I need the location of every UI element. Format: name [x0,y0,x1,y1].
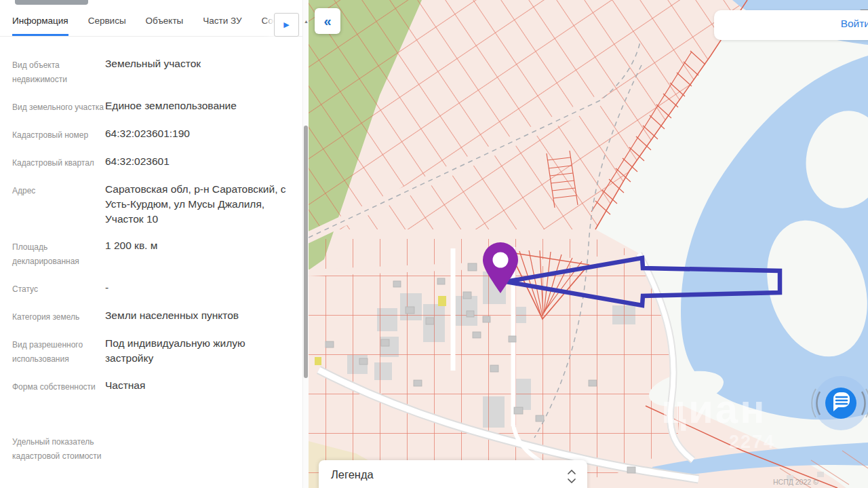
field-value: 1 200 кв. м [105,238,288,269]
field-label: Удельный показатель кадастровой стоимост… [12,433,105,464]
field-label: Вид разрешенного использования [12,336,105,367]
field-label: Категория земель [12,308,105,324]
scroll-up-icon[interactable]: ▲ [303,19,309,24]
field-value: Земли населенных пунктов [105,308,288,324]
field-row-status: Статус - [12,280,288,297]
legend-expand-icon[interactable] [567,469,576,487]
field-value: Земельный участок [105,56,288,87]
field-label: Форма собственности [12,378,105,394]
field-value: Под индивидуальную жилую застройку [105,336,288,367]
chevron-right-icon: ▶ [283,20,289,29]
tab-objects[interactable]: Объекты [146,0,184,36]
field-value [105,433,288,464]
field-label: Вид объекта недвижимости [12,56,105,87]
chat-bubble-icon [810,373,868,434]
field-label: Статус [12,280,105,297]
field-row-cadastral-block: Кадастровый квартал 64:32:023601 [12,154,288,170]
sidebar-scrollbar[interactable]: ▲ [302,0,309,488]
collapse-panel-button[interactable]: « [315,8,340,34]
tab-services[interactable]: Сервисы [88,0,126,36]
field-row-permitted-use: Вид разрешенного использования Под индив… [12,336,288,367]
field-row-specific-cadastral-value: Удельный показатель кадастровой стоимост… [12,433,288,464]
field-value: Частная [105,378,288,394]
field-row-ownership-form: Форма собственности Частная [12,378,288,394]
field-row-cadastral-number: Кадастровый номер 64:32:023601:190 [12,126,288,143]
login-link[interactable]: Войти [841,18,868,30]
scrollbar-thumb[interactable] [304,126,308,378]
map-canvas [309,0,868,488]
search-login-bar[interactable]: Войти [714,10,868,40]
field-value: - [105,280,288,297]
field-value: Единое землепользование [105,98,288,115]
map-attribution: НСПД 2022 © [773,478,818,486]
field-row-land-category: Категория земель Земли населенных пункто… [12,308,288,324]
legend-bar[interactable]: Легенда [319,460,587,488]
legend-title: Легенда [331,468,374,481]
chat-button[interactable] [810,373,868,434]
cadastral-map-app: Информация Сервисы Объекты Части ЗУ Сост… [0,0,868,488]
field-row-declared-area: Площадь декларированная 1 200 кв. м [12,238,288,269]
more-tabs-button[interactable]: ▶ [274,13,299,37]
tab-bar: Информация Сервисы Объекты Части ЗУ Сост… [0,0,302,37]
field-label: Вид земельного участка [12,98,105,115]
field-label: Адрес [12,182,105,227]
field-row-parcel-type: Вид земельного участка Единое землепольз… [12,98,288,115]
field-row-address: Адрес Саратовская обл, р-н Саратовский, … [12,182,288,227]
field-label: Площадь декларированная [12,238,105,269]
field-row-object-type: Вид объекта недвижимости Земельный участ… [12,56,288,87]
double-chevron-left-icon: « [323,14,331,29]
field-label: Кадастровый номер [12,126,105,143]
field-list: Вид объекта недвижимости Земельный участ… [0,37,309,464]
map[interactable]: « Войти циан 2274 НСПД 2022 © Легенда [309,0,868,488]
field-value: 64:32:023601 [105,154,288,170]
field-value: 64:32:023601:190 [105,126,288,143]
property-info-panel: Информация Сервисы Объекты Части ЗУ Сост… [0,0,309,488]
field-value: Саратовская обл, р-н Саратовский, с Усть… [105,182,288,227]
tab-parcel-parts[interactable]: Части ЗУ [203,0,241,36]
tab-information[interactable]: Информация [12,0,68,36]
field-label: Кадастровый квартал [12,154,105,170]
